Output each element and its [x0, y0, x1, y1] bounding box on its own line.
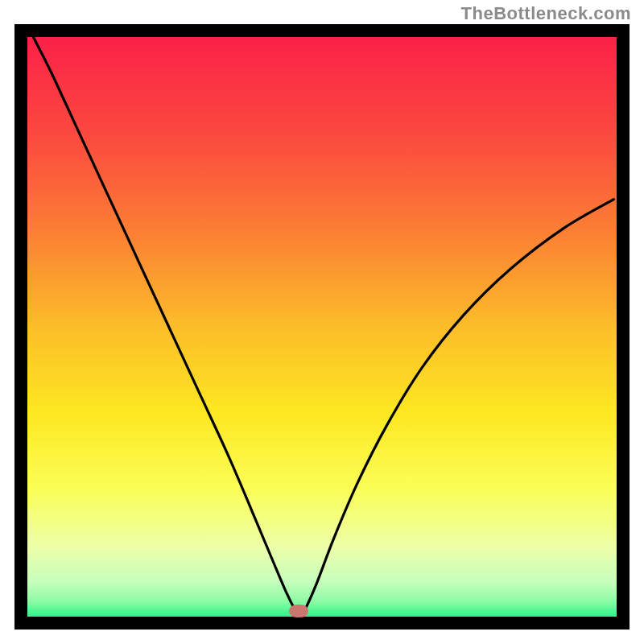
- chart-container: { "watermark": "TheBottleneck.com", "fra…: [0, 0, 644, 644]
- minimum-marker: [289, 605, 308, 617]
- watermark-text: TheBottleneck.com: [461, 3, 631, 24]
- plot-frame: [14, 24, 630, 630]
